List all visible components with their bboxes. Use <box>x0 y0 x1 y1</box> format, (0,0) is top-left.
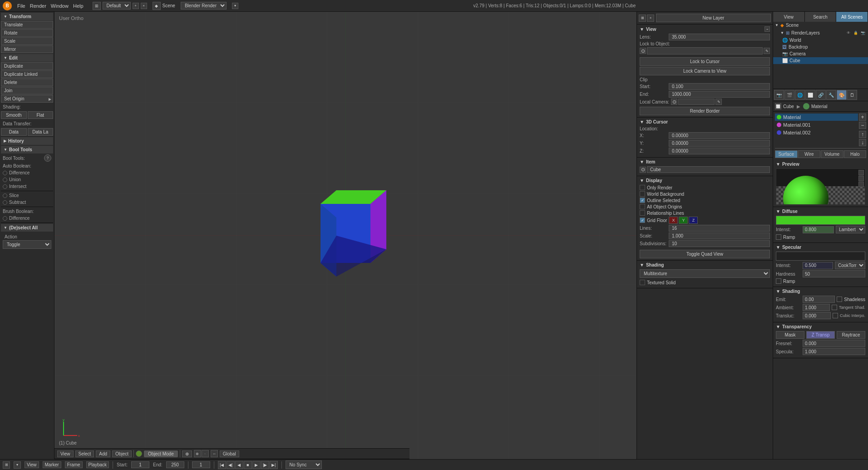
layout-select[interactable]: Default <box>103 2 131 10</box>
prop-tab-modifier[interactable]: 🔧 <box>826 90 836 100</box>
menu-help[interactable]: Help <box>73 3 84 9</box>
vt-view-btn[interactable]: View <box>57 450 74 457</box>
menu-window[interactable]: Window <box>51 3 69 9</box>
shading-view-title[interactable]: ▼ Shading <box>640 262 770 267</box>
toggle-quad-view-btn[interactable]: Toggle Quad View <box>640 250 770 258</box>
lens-value[interactable]: 35.000 <box>669 34 770 40</box>
lock-object-edit-icon[interactable]: ✎ <box>764 48 770 54</box>
bool-subtract-radio[interactable] <box>3 200 7 205</box>
diffuse-title[interactable]: ▼ Diffuse <box>776 209 865 214</box>
engine-add-icon[interactable]: ▾ <box>232 3 238 9</box>
material-scroll-up[interactable]: ↑ <box>859 131 866 138</box>
surface-tab-wire[interactable]: Wire <box>798 150 821 158</box>
outliner-tab-view[interactable]: View <box>773 12 805 22</box>
cubic-interpo-checkbox[interactable] <box>833 313 838 318</box>
item-section-title[interactable]: ▼ Item <box>640 159 770 164</box>
shading-select[interactable]: Multitexture <box>640 269 770 278</box>
material-item-0[interactable]: Material <box>775 114 858 121</box>
stop-btn[interactable]: ■ <box>244 461 252 469</box>
clip-start-value[interactable]: 0.100 <box>669 83 770 90</box>
surface-tab-volume[interactable]: Volume <box>821 150 843 158</box>
diffuse-color-swatch[interactable] <box>776 216 865 225</box>
cursor-z-value[interactable]: 0.00000 <box>669 148 770 154</box>
material-scroll-down[interactable]: ↓ <box>859 139 866 146</box>
emit-bar[interactable]: 0.00 <box>803 296 835 303</box>
hardness-bar[interactable]: 50 <box>803 270 865 277</box>
prop-tab-material[interactable]: 🎨 <box>837 90 847 100</box>
lock-to-cursor-btn[interactable]: Lock to Cursor <box>640 57 770 66</box>
prop-tab-scene[interactable]: 🎬 <box>784 90 794 100</box>
panel-icon1[interactable]: ⊞ <box>639 15 646 22</box>
smooth-button[interactable]: Smooth <box>1 111 27 119</box>
specula-bar[interactable]: 1.000 <box>803 348 865 355</box>
bool-slice-radio[interactable] <box>3 193 7 198</box>
duplicate-button[interactable]: Duplicate <box>1 62 53 70</box>
scene-type-icon[interactable]: ◆ <box>153 2 161 10</box>
textured-solid-checkbox[interactable] <box>640 280 645 285</box>
all-object-origins-checkbox[interactable] <box>640 204 645 209</box>
end-input[interactable] <box>166 461 184 468</box>
renderlayers-icon2[interactable]: 🔒 <box>853 30 859 36</box>
preview-ctrl2[interactable] <box>858 176 864 181</box>
clip-end-value[interactable]: 1000.000 <box>669 91 770 98</box>
step-back-btn[interactable]: ◀| <box>227 461 235 469</box>
bottom-playback-btn[interactable]: Playback <box>86 461 109 468</box>
outliner-world[interactable]: 🌐 World <box>773 37 868 44</box>
bool-tools-help-icon[interactable]: ? <box>44 154 51 162</box>
world-background-checkbox[interactable] <box>640 191 645 197</box>
raytrace-btn[interactable]: Raytrace <box>837 331 865 339</box>
prop-tab-object[interactable]: ⬜ <box>805 90 815 100</box>
scale-button[interactable]: Scale <box>1 37 53 45</box>
x-axis-button[interactable]: X <box>669 217 678 224</box>
prop-tab-render[interactable]: 📷 <box>774 90 784 100</box>
vt-select-btn[interactable]: Select <box>75 450 94 457</box>
outliner-tab-search[interactable]: Search <box>805 12 837 22</box>
surface-tab-surface[interactable]: Surface <box>775 150 798 158</box>
vt-object-btn[interactable]: Object <box>112 450 132 457</box>
data-button[interactable]: Data <box>1 128 27 136</box>
jump-start-btn[interactable]: |◀ <box>218 461 226 469</box>
diffuse-shader-select[interactable]: Lambert <box>836 226 865 233</box>
layout-remove-icon[interactable]: × <box>141 3 147 9</box>
mask-btn[interactable]: Mask <box>776 331 804 339</box>
material-item-1[interactable]: Material.001 <box>775 121 858 129</box>
bottom-view-btn[interactable]: View <box>25 461 39 468</box>
vt-transform-icon[interactable]: ↔ <box>211 450 218 457</box>
diffuse-intensity-bar[interactable]: 0.800 <box>803 226 834 233</box>
specular-shader-select[interactable]: CookTorr <box>835 262 865 269</box>
specular-title[interactable]: ▼ Specular <box>776 245 865 250</box>
bool-difference-radio1[interactable] <box>3 171 7 175</box>
local-camera-input[interactable] <box>678 99 715 105</box>
step-fwd-btn[interactable]: |▶ <box>261 461 269 469</box>
view-section-title[interactable]: ▼ View − <box>640 26 770 32</box>
lock-camera-btn[interactable]: Lock Camera to View <box>640 67 770 75</box>
lock-object-input[interactable] <box>647 47 763 54</box>
ambient-bar[interactable]: 1.000 <box>803 304 830 311</box>
z-transp-btn[interactable]: Z Transp <box>806 331 835 339</box>
timeline-icon[interactable]: ⊞ <box>3 461 10 469</box>
cursor-y-value[interactable]: 0.00000 <box>669 140 770 147</box>
bool-brush-diff-radio[interactable] <box>3 216 7 221</box>
subdivisions-value[interactable]: 10 <box>669 240 770 247</box>
sync-select[interactable]: No Sync <box>286 460 322 469</box>
mirror-button[interactable]: Mirror <box>1 45 53 53</box>
item-name-value[interactable]: Cube <box>647 166 770 173</box>
preview-title[interactable]: ▼ Preview <box>776 162 865 167</box>
prop-tab-constraint[interactable]: 🔗 <box>816 90 826 100</box>
renderlayers-icon1[interactable]: 👁 <box>845 30 852 36</box>
outliner-camera[interactable]: 📷 Camera <box>773 50 868 57</box>
jump-end-btn[interactable]: ▶| <box>270 461 278 469</box>
vt-global-btn[interactable]: Global <box>220 450 239 457</box>
data-la-button[interactable]: Data La <box>28 128 54 136</box>
vt-pivot-btn[interactable]: ⊕ <box>182 450 192 457</box>
play-fwd-btn[interactable]: ▶ <box>252 461 261 469</box>
material-add-btn[interactable]: + <box>859 114 866 121</box>
edit-header[interactable]: ▼ Edit <box>1 54 53 62</box>
scale-value[interactable]: 1.000 <box>669 233 770 239</box>
display-section-title[interactable]: ▼ Display <box>640 178 770 183</box>
menu-file[interactable]: File <box>17 3 25 9</box>
vt-snap-icon[interactable]: ⊛ <box>194 450 201 457</box>
relationship-lines-checkbox[interactable] <box>640 210 645 216</box>
timeline-icon2[interactable]: ▾ <box>14 461 21 469</box>
preview-ctrl3[interactable] <box>858 182 864 187</box>
